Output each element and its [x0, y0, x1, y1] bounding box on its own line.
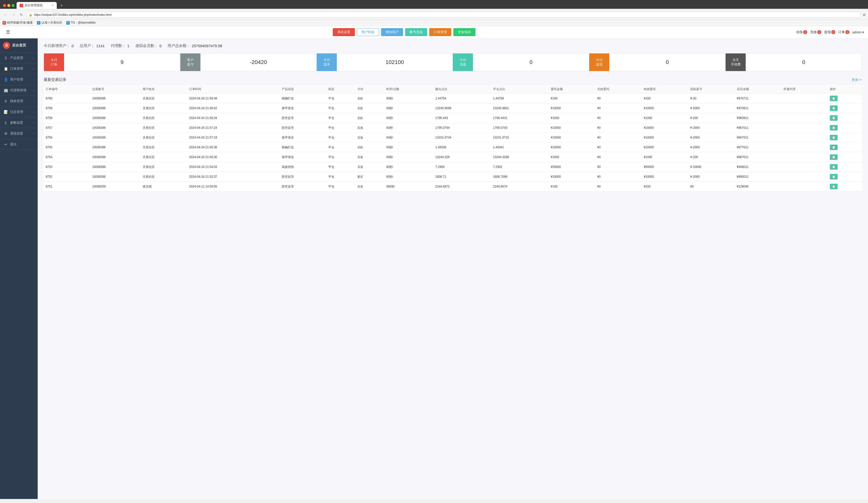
cell-product: 防空反导	[280, 113, 326, 123]
browser-titlebar: 后台管理系统 ✕ +	[3, 2, 865, 9]
browser-menu-icon[interactable]: ≡	[863, 12, 866, 18]
product-management-label: 产品管理	[10, 56, 23, 60]
maximize-dot[interactable]	[12, 4, 14, 7]
card-customer-pnl-value: -20420	[200, 59, 317, 65]
balance-label: 用户总余额：	[167, 43, 190, 48]
cell-action[interactable]: 📋	[828, 162, 862, 172]
cell-action[interactable]: 📋	[828, 182, 862, 191]
action-button[interactable]: 📋	[830, 105, 838, 111]
card-today-fee-value: 0	[746, 59, 862, 65]
order-arrow: ›	[33, 67, 34, 70]
sidebar-item-product-management[interactable]: ₿ 产品管理 ›	[0, 53, 38, 63]
card-today-recharge-value: 0	[473, 59, 589, 65]
cell-action[interactable]: 📋	[828, 123, 862, 133]
sidebar-item-system-settings[interactable]: ⚙ 系统设置 ›	[0, 128, 38, 139]
cell-status: 平仓	[326, 143, 355, 153]
close-dot[interactable]	[3, 4, 6, 7]
cell-order-id: 8758	[44, 113, 90, 123]
withdraw-label: 提现	[824, 30, 831, 34]
cell-action[interactable]: 📋	[828, 103, 862, 113]
sidebar-item-log-management[interactable]: 📝 日志管理 ›	[0, 107, 38, 117]
param-settings-icon: £	[3, 121, 8, 125]
action-button[interactable]: 📋	[830, 154, 838, 160]
cell-invalid: ¥0	[595, 133, 642, 143]
cell-agent	[781, 162, 828, 172]
more-link[interactable]: 更多>>	[852, 77, 862, 82]
cell-balance: ¥987011	[735, 153, 781, 162]
card-today-withdraw: 今日提现 0	[589, 53, 726, 71]
cell-open-price: 1806.71	[433, 172, 491, 182]
cell-time-pts: 60秒	[384, 103, 433, 113]
withdraw-badge: 提现 0	[824, 30, 835, 34]
toolbar-left: ☰	[4, 28, 12, 36]
cell-action[interactable]: 📋	[828, 172, 862, 182]
browser-tab[interactable]: 后台管理系统 ✕	[17, 2, 57, 9]
sidebar-item-report-management[interactable]: ¥ 报表管理 ›	[0, 96, 38, 107]
cell-action[interactable]: 📋	[828, 153, 862, 162]
hamburger-button[interactable]: ☰	[4, 28, 12, 36]
cell-open-price: 7.2904	[433, 162, 491, 172]
new-tab-button[interactable]: +	[59, 3, 64, 8]
order-management-sidebar-icon: 📋	[3, 67, 8, 71]
sidebar-item-product-left: ₿ 产品管理	[3, 56, 23, 60]
cell-invalid: ¥0	[595, 172, 642, 182]
system-settings-button[interactable]: 系统设置	[333, 28, 355, 36]
tab-close-button[interactable]: ✕	[51, 4, 54, 7]
action-button[interactable]: 📋	[830, 96, 838, 101]
cell-username: 天美社区	[141, 103, 187, 113]
cell-action[interactable]: 📋	[828, 94, 862, 103]
action-button[interactable]: 📋	[830, 145, 838, 150]
new-users-value: 0	[72, 44, 74, 48]
sidebar-item-system-left: ⚙ 系统设置	[3, 131, 23, 136]
bookmark-1[interactable]: P 程序搭建/开发/修复	[2, 21, 33, 25]
cell-username: 天美社区	[141, 172, 187, 182]
cell-order-id: 8755	[44, 143, 90, 153]
action-button[interactable]: 📋	[830, 174, 838, 179]
cell-pnl: ¥-20	[688, 94, 735, 103]
cell-pnl: ¥-200	[688, 153, 735, 162]
action-button[interactable]: 📋	[830, 135, 838, 140]
add-user-button[interactable]: 增加用户	[381, 28, 403, 36]
sidebar-item-agent-left: 🏢 代理商管理	[3, 88, 27, 93]
sidebar-item-logout[interactable]: ↩ 退出	[0, 139, 38, 150]
cell-action[interactable]: 📋	[828, 113, 862, 123]
cell-agent	[781, 113, 828, 123]
order-management-button[interactable]: 订单管理	[429, 28, 451, 36]
back-button[interactable]: ←	[2, 12, 9, 17]
cell-action[interactable]: 📋	[828, 143, 862, 153]
cell-valid: ¥10000	[642, 133, 688, 143]
url-bar[interactable]: 🔒 https://weipan107.timibbs.vip/timibbs.…	[26, 12, 861, 18]
fund-report-button[interactable]: 资金报表	[453, 28, 475, 36]
action-button[interactable]: 📋	[830, 184, 838, 189]
admin-button[interactable]: admin ▾	[852, 30, 864, 34]
forward-button[interactable]: →	[11, 12, 17, 17]
cell-direction: 买涨	[355, 133, 384, 143]
action-button[interactable]: 📋	[830, 164, 838, 170]
refresh-button[interactable]: ↻	[19, 12, 24, 17]
cell-order-id: 8754	[44, 153, 90, 162]
sidebar-item-user-left: 👤 用户管理	[3, 77, 23, 82]
cell-username: 天美社区	[141, 94, 187, 103]
bookmark-3[interactable]: T TG：@tianmeibbs	[66, 21, 96, 25]
minimize-dot[interactable]	[7, 4, 10, 7]
balance-value: 257094097479.58	[192, 44, 222, 48]
sidebar-item-order-management[interactable]: 📋 订单管理 ›	[0, 63, 38, 74]
user-list-button[interactable]: 用户列表	[357, 28, 379, 36]
cell-action[interactable]: 📋	[828, 133, 862, 143]
cell-balance: ¥957011	[735, 123, 781, 133]
action-button[interactable]: 📋	[830, 125, 838, 130]
cell-invalid: ¥0	[595, 94, 642, 103]
virtual-value: 0	[159, 44, 162, 48]
sidebar-item-user-management[interactable]: 👤 用户管理 ›	[0, 74, 38, 85]
url-text: https://weipan107.timibbs.vip/timibbs.ph…	[34, 13, 112, 17]
cell-account: 10008386	[90, 153, 141, 162]
cell-time-pts: 60秒	[384, 113, 433, 123]
cell-invalid: ¥0	[595, 162, 642, 172]
sidebar-item-param-settings[interactable]: £ 参数设置 ›	[0, 117, 38, 128]
recharge-account-button[interactable]: 帐号充值	[405, 28, 427, 36]
cell-balance: ¥948011	[735, 162, 781, 172]
sidebar-item-agent-management[interactable]: 🏢 代理商管理 ›	[0, 85, 38, 96]
bookmark-2[interactable]: ✓ 认准->天美社区	[37, 21, 62, 25]
action-button[interactable]: 📋	[830, 115, 838, 121]
cell-agent	[781, 153, 828, 162]
